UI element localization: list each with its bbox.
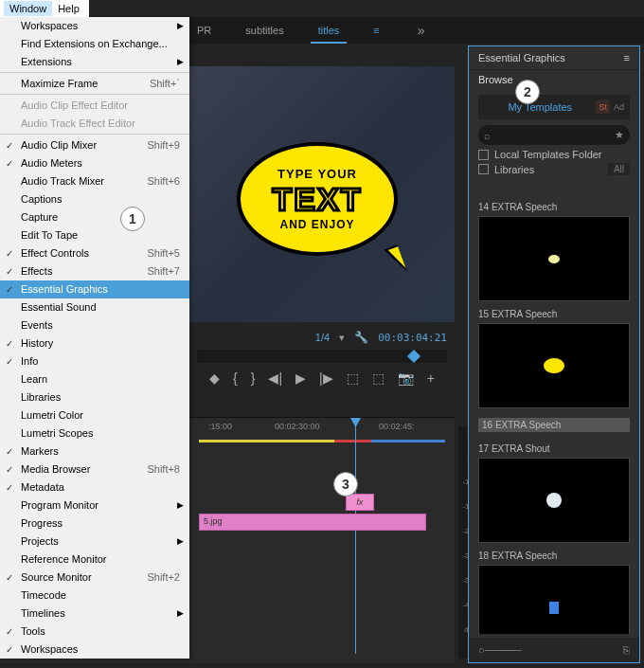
menu-item[interactable]: ✓Source MonitorShift+2 xyxy=(0,569,189,587)
clip-graphic[interactable]: fx xyxy=(346,494,374,511)
template-item[interactable]: 14 EXTRA Speech xyxy=(469,198,639,305)
template-thumbnail[interactable] xyxy=(478,323,630,408)
menu-item[interactable]: Capture xyxy=(0,208,189,226)
zoom-slider[interactable]: ○───── xyxy=(478,644,522,656)
step-back-icon[interactable]: ◀| xyxy=(268,370,282,386)
ad-icon[interactable]: Ad xyxy=(614,102,624,112)
menu-item[interactable]: ✓Effect ControlsShift+5 xyxy=(0,244,189,262)
menu-item[interactable]: ✓Tools xyxy=(0,623,189,641)
menu-item[interactable]: ✓Media BrowserShift+8 xyxy=(0,460,189,478)
scrub-bar[interactable] xyxy=(197,350,447,363)
preview-canvas[interactable]: TYPE YOUR TEXT AND ENJOY xyxy=(189,66,455,322)
menu-item[interactable]: ✓Workspaces xyxy=(0,641,189,659)
templates-list[interactable]: 14 EXTRA Speech15 EXTRA Speech16 EXTRA S… xyxy=(469,198,639,634)
menu-item-label: Workspaces xyxy=(21,19,78,33)
out-point-icon[interactable]: } xyxy=(251,370,256,386)
libraries-dropdown[interactable]: All xyxy=(608,163,630,175)
submenu-arrow-icon: ▶ xyxy=(177,534,184,549)
stock-icon[interactable]: St xyxy=(596,100,610,114)
my-templates-filter[interactable]: My Templates St Ad xyxy=(478,95,630,119)
menu-item[interactable]: Lumetri Scopes xyxy=(0,424,189,442)
menu-item[interactable]: Find Extensions on Exchange... xyxy=(0,35,189,53)
menu-item[interactable]: ✓Metadata xyxy=(0,478,189,496)
menu-item[interactable]: Learn xyxy=(0,370,189,388)
menu-item[interactable]: ✓History xyxy=(0,334,189,352)
menu-item[interactable]: Edit To Tape xyxy=(0,226,189,244)
menu-item[interactable]: ✓EffectsShift+7 xyxy=(0,262,189,280)
menu-item[interactable]: Maximize FrameShift+` xyxy=(0,75,189,95)
local-templates-option[interactable]: Local Templates Folder xyxy=(478,149,630,160)
menu-item[interactable]: Progress xyxy=(0,515,189,533)
checkbox-icon[interactable] xyxy=(478,164,489,174)
bubble-line2: TEXT xyxy=(273,181,363,218)
tab-browse[interactable]: Browse xyxy=(478,74,513,85)
menu-item[interactable]: Extensions▶ xyxy=(0,53,189,73)
in-point-icon[interactable]: { xyxy=(233,370,238,386)
checkbox-icon[interactable] xyxy=(478,150,489,160)
menu-item[interactable]: Captions xyxy=(0,190,189,208)
menu-item[interactable]: Events xyxy=(0,316,189,334)
tab-menu-icon[interactable]: ≡ xyxy=(373,25,379,36)
time-ruler[interactable]: :15:00 00:02:30:00 00:02:45: xyxy=(199,418,455,444)
search-input[interactable]: ⌕ ★ xyxy=(478,125,630,145)
tab-pr[interactable]: PR xyxy=(189,21,219,40)
template-thumbnail[interactable] xyxy=(478,565,630,634)
template-item[interactable]: 16 EXTRA Speech xyxy=(469,412,639,440)
check-icon: ✓ xyxy=(6,282,13,297)
export-frame-icon[interactable]: 📷 xyxy=(398,370,414,386)
menu-item-label: Lumetri Scopes xyxy=(21,426,93,441)
add-marker-icon[interactable]: ◆ xyxy=(209,370,220,386)
step-forward-icon[interactable]: |▶ xyxy=(319,370,333,386)
tab-titles[interactable]: titles xyxy=(311,21,348,40)
menu-item[interactable]: Reference Monitor xyxy=(0,551,189,569)
template-item[interactable]: 15 EXTRA Speech xyxy=(469,305,639,412)
menu-item-label: Effect Controls xyxy=(21,246,89,261)
extract-icon[interactable]: ⬚ xyxy=(372,370,385,386)
menu-item[interactable]: Workspaces▶ xyxy=(0,17,189,35)
button-editor-icon[interactable]: + xyxy=(427,370,435,386)
menu-window[interactable]: Window xyxy=(4,1,52,16)
menu-item-label: Timecode xyxy=(21,588,66,603)
menu-item[interactable]: ✓Info xyxy=(0,352,189,370)
tab-overflow-icon[interactable]: » xyxy=(418,23,425,38)
menu-item[interactable]: ✓Audio Clip MixerShift+9 xyxy=(0,136,189,154)
menu-item[interactable]: Lumetri Color xyxy=(0,406,189,424)
menu-item[interactable]: ✓Essential Graphics xyxy=(0,280,189,298)
menu-item[interactable]: Timecode xyxy=(0,587,189,605)
check-icon: ✓ xyxy=(6,444,13,459)
playhead[interactable] xyxy=(355,418,356,654)
template-item[interactable]: 17 EXTRA Shout xyxy=(469,440,639,547)
submenu-arrow-icon: ▶ xyxy=(177,606,184,621)
menu-item-label: Audio Track Effect Editor xyxy=(21,117,135,131)
menu-item[interactable]: Projects▶ xyxy=(0,533,189,551)
menu-item[interactable]: ✓Audio Meters xyxy=(0,154,189,172)
menu-item[interactable]: Timelines▶ xyxy=(0,605,189,623)
menu-item-label: Reference Monitor xyxy=(21,552,107,567)
template-thumbnail[interactable] xyxy=(478,458,630,543)
menu-item[interactable]: Audio Track MixerShift+6 xyxy=(0,172,189,190)
menu-item-label: Learn xyxy=(21,372,47,387)
menu-item[interactable]: Program Monitor▶ xyxy=(0,496,189,515)
settings-icon[interactable]: 🔧 xyxy=(354,331,368,344)
marker-diamond-icon[interactable] xyxy=(407,350,420,363)
play-icon[interactable]: ▶ xyxy=(295,370,306,386)
menu-help[interactable]: Help xyxy=(52,1,85,16)
lift-icon[interactable]: ⬚ xyxy=(347,370,359,386)
menu-item[interactable]: ✓Markers xyxy=(0,442,189,460)
check-icon: ✓ xyxy=(6,156,13,171)
libraries-option[interactable]: Libraries All xyxy=(478,163,630,175)
timecode-display[interactable]: 00:03:04:21 xyxy=(378,332,447,344)
clip-video[interactable]: 5.jpg xyxy=(199,514,426,531)
zoom-level[interactable]: 1/4 xyxy=(315,332,330,343)
tab-subtitles[interactable]: subtitles xyxy=(238,21,291,40)
template-thumbnail[interactable] xyxy=(478,216,630,301)
template-item[interactable]: 18 EXTRA Speech xyxy=(469,547,639,634)
menu-item[interactable]: Libraries xyxy=(0,388,189,406)
menu-item[interactable]: Essential Sound xyxy=(0,298,189,316)
menu-item-label: Capture xyxy=(21,210,58,225)
zoom-dropdown-icon[interactable]: ▾ xyxy=(339,332,345,344)
star-icon[interactable]: ★ xyxy=(615,129,624,141)
panel-menu-icon[interactable]: ≡ xyxy=(624,52,630,63)
program-monitor: TYPE YOUR TEXT AND ENJOY xyxy=(189,66,455,322)
new-item-icon[interactable]: ⎘ xyxy=(623,644,630,656)
